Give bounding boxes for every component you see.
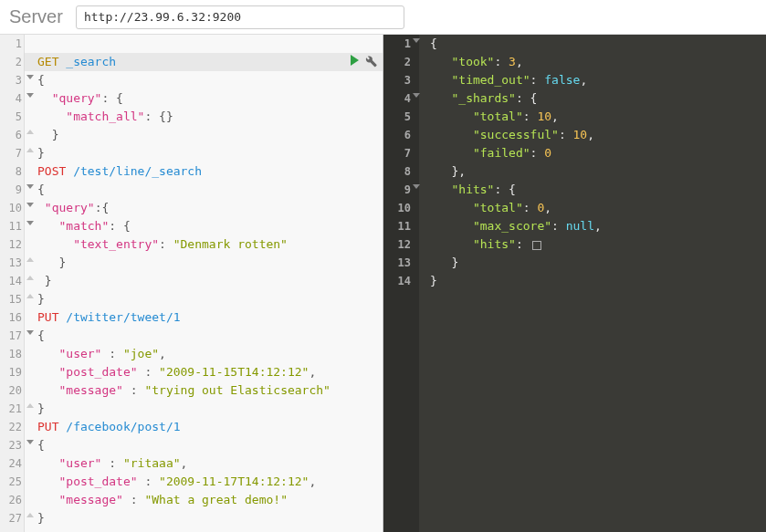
code-content[interactable]: } xyxy=(25,126,383,144)
code-content[interactable]: "post_date" : "2009-11-15T14:12:12", xyxy=(25,363,383,381)
fold-icon[interactable] xyxy=(26,330,34,335)
line-number: 6 xyxy=(0,126,25,144)
response-line: 3 "timed_out": false, xyxy=(383,71,766,89)
code-content[interactable]: { xyxy=(25,71,383,89)
fold-icon[interactable] xyxy=(26,93,34,98)
editor-line[interactable]: 17{ xyxy=(0,327,383,345)
line-number: 14 xyxy=(0,272,25,290)
editor-line[interactable]: 8POST /test/line/_search xyxy=(0,162,383,181)
editor-line[interactable]: 14 } xyxy=(0,272,383,290)
line-number: 16 xyxy=(0,308,25,327)
editor-line[interactable]: 21} xyxy=(0,400,383,418)
code-content[interactable]: "message" : "trying out Elasticsearch" xyxy=(25,381,383,400)
code-content: "hits": xyxy=(419,235,541,254)
editor-line[interactable]: 15} xyxy=(0,290,383,308)
fold-icon[interactable] xyxy=(26,294,34,298)
request-editor-pane[interactable]: 12GET _search3{4 "query": {5 "match_all"… xyxy=(0,35,383,532)
line-number: 21 xyxy=(0,400,25,418)
code-content: "total": 0, xyxy=(419,199,551,217)
line-number: 13 xyxy=(0,254,25,272)
editor-line[interactable]: 4 "query": { xyxy=(0,89,383,108)
line-number: 8 xyxy=(0,162,25,181)
code-content[interactable]: { xyxy=(25,436,383,454)
code-content[interactable]: "text_entry": "Denmark rotten" xyxy=(25,235,383,254)
editor-line[interactable]: 7} xyxy=(0,144,383,162)
editor-line[interactable]: 22PUT /facebook/post/1 xyxy=(0,418,383,436)
code-content[interactable]: } xyxy=(25,272,383,290)
code-content[interactable]: "query": { xyxy=(25,89,383,108)
editor-line[interactable]: 2GET _search xyxy=(0,53,383,71)
line-actions xyxy=(351,55,377,68)
line-number: 3 xyxy=(0,71,25,89)
main-area: 12GET _search3{4 "query": {5 "match_all"… xyxy=(0,35,766,532)
line-number: 5 xyxy=(0,108,25,126)
code-content[interactable]: "match_all": {} xyxy=(25,108,383,126)
code-content[interactable]: "post_date" : "2009-11-17T14:12:12", xyxy=(25,473,383,491)
fold-icon[interactable] xyxy=(26,130,34,134)
fold-icon[interactable] xyxy=(26,257,34,262)
editor-line[interactable]: 24 "user" : "ritaaa", xyxy=(0,454,383,473)
code-content[interactable]: "query":{ xyxy=(25,199,383,217)
editor-line[interactable]: 3{ xyxy=(0,71,383,89)
code-content[interactable]: GET _search xyxy=(25,53,383,71)
editor-line[interactable]: 16PUT /twitter/tweet/1 xyxy=(0,308,383,327)
code-content[interactable]: { xyxy=(25,327,383,345)
fold-icon[interactable] xyxy=(26,276,34,280)
wrench-icon[interactable] xyxy=(364,55,377,68)
code-content[interactable]: "match": { xyxy=(25,217,383,235)
run-query-icon[interactable] xyxy=(351,55,359,66)
editor-line[interactable]: 13 } xyxy=(0,254,383,272)
editor-line[interactable]: 18 "user" : "joe", xyxy=(0,345,383,363)
code-content[interactable]: } xyxy=(25,400,383,418)
response-viewer-pane[interactable]: 1{2 "took": 3,3 "timed_out": false,4 "_s… xyxy=(383,35,766,532)
editor-line[interactable]: 11 "match": { xyxy=(0,217,383,235)
editor-line[interactable]: 12 "text_entry": "Denmark rotten" xyxy=(0,235,383,254)
server-url-input[interactable] xyxy=(76,5,404,29)
code-content: "_shards": { xyxy=(419,89,537,108)
code-content[interactable]: "user" : "joe", xyxy=(25,345,383,363)
collapsed-array-icon[interactable] xyxy=(532,241,541,250)
code-content[interactable]: "message" : "What a great demo!" xyxy=(25,491,383,509)
fold-icon[interactable] xyxy=(26,440,34,444)
code-content[interactable]: } xyxy=(25,509,383,527)
line-number: 22 xyxy=(0,418,25,436)
fold-icon[interactable] xyxy=(26,403,34,408)
fold-icon[interactable] xyxy=(413,38,420,43)
code-content[interactable]: PUT /twitter/tweet/1 xyxy=(25,308,383,327)
code-content[interactable]: } xyxy=(25,290,383,308)
editor-line[interactable]: 10 "query":{ xyxy=(0,199,383,217)
editor-line[interactable]: 9{ xyxy=(0,181,383,199)
line-number: 10 xyxy=(0,199,25,217)
line-number: 20 xyxy=(0,381,25,400)
editor-line[interactable]: 6 } xyxy=(0,126,383,144)
editor-line[interactable]: 1 xyxy=(0,35,383,53)
editor-line[interactable]: 5 "match_all": {} xyxy=(0,108,383,126)
code-content[interactable]: } xyxy=(25,144,383,162)
editor-line[interactable]: 19 "post_date" : "2009-11-15T14:12:12", xyxy=(0,363,383,381)
fold-icon[interactable] xyxy=(26,75,34,79)
fold-icon[interactable] xyxy=(26,513,34,517)
code-content[interactable]: } xyxy=(25,254,383,272)
fold-icon[interactable] xyxy=(413,93,420,98)
code-content[interactable]: POST /test/line/_search xyxy=(25,162,383,181)
line-number: 10 xyxy=(383,199,419,217)
fold-icon[interactable] xyxy=(413,184,420,189)
fold-icon[interactable] xyxy=(26,203,34,207)
code-content[interactable]: "user" : "ritaaa", xyxy=(25,454,383,473)
fold-icon[interactable] xyxy=(26,148,34,152)
code-content[interactable]: PUT /facebook/post/1 xyxy=(25,418,383,436)
line-number: 27 xyxy=(0,509,25,527)
line-number: 2 xyxy=(0,53,25,71)
editor-line[interactable]: 26 "message" : "What a great demo!" xyxy=(0,491,383,509)
line-number: 12 xyxy=(383,235,419,254)
editor-line[interactable]: 20 "message" : "trying out Elasticsearch… xyxy=(0,381,383,400)
fold-icon[interactable] xyxy=(26,221,34,225)
code-content[interactable]: { xyxy=(25,181,383,199)
response-line: 4 "_shards": { xyxy=(383,89,766,108)
line-number: 8 xyxy=(383,162,419,181)
editor-line[interactable]: 25 "post_date" : "2009-11-17T14:12:12", xyxy=(0,473,383,491)
editor-line[interactable]: 27} xyxy=(0,509,383,527)
editor-line[interactable]: 23{ xyxy=(0,436,383,454)
response-line: 7 "failed": 0 xyxy=(383,144,766,162)
fold-icon[interactable] xyxy=(26,184,34,189)
